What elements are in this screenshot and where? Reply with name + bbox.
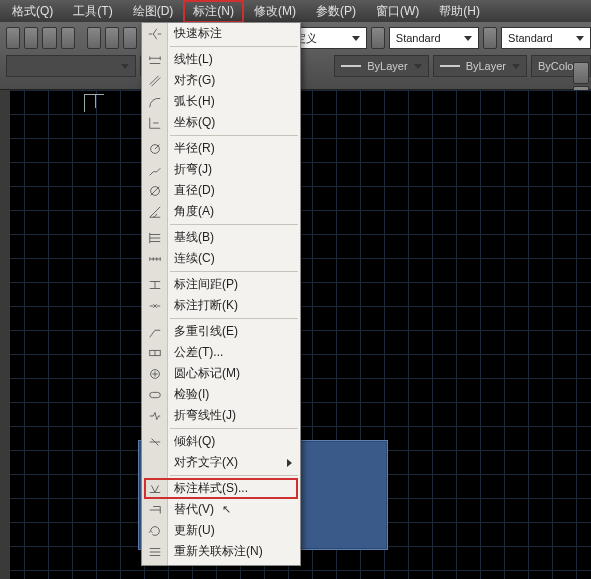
menu-item-aligned[interactable]: 对齐(G): [142, 70, 300, 91]
menu-item-label: 替代(V): [174, 501, 214, 518]
menu-format[interactable]: 格式(Q): [2, 0, 63, 23]
dimension-dropdown: 快速标注线性(L)对齐(G)弧长(H)坐标(Q)半径(R)折弯(J)直径(D)角…: [141, 22, 301, 566]
menu-item-label: 倾斜(Q): [174, 433, 215, 450]
tb-btn[interactable]: [61, 27, 75, 49]
chevron-down-icon: [414, 64, 422, 69]
menu-help[interactable]: 帮助(H): [429, 0, 490, 23]
menu-dimension[interactable]: 标注(N): [183, 0, 244, 23]
menu-item-reassoc[interactable]: 重新关联标注(N): [142, 541, 300, 562]
menu-modify[interactable]: 修改(M): [244, 0, 306, 23]
menu-item-label: 更新(U): [174, 522, 215, 539]
menu-item-label: 折弯线性(J): [174, 407, 236, 424]
menu-item-label: 折弯(J): [174, 161, 212, 178]
menu-item-label: 对齐文字(X): [174, 454, 238, 471]
menu-item-label: 线性(L): [174, 51, 213, 68]
menu-item-linear[interactable]: 线性(L): [142, 49, 300, 70]
chevron-down-icon: [121, 64, 129, 69]
sidebar-left: [0, 90, 10, 579]
dropdown-layer[interactable]: [6, 55, 136, 77]
menu-item-oblique[interactable]: 倾斜(Q): [142, 431, 300, 452]
dropdown-label: ByLayer: [466, 60, 506, 72]
menu-item-label: 标注样式(S)...: [174, 480, 248, 497]
tb-btn[interactable]: [371, 27, 385, 49]
tol-icon: [147, 345, 163, 361]
tb-btn[interactable]: [42, 27, 56, 49]
menu-item-center[interactable]: 圆心标记(M): [142, 363, 300, 384]
tb-btn[interactable]: [573, 62, 589, 84]
angle-icon: [147, 204, 163, 220]
menu-window[interactable]: 窗口(W): [366, 0, 429, 23]
aligned-icon: [147, 73, 163, 89]
menu-item-jog[interactable]: 折弯(J): [142, 159, 300, 180]
style-icon: [147, 481, 163, 497]
menu-item-label: 圆心标记(M): [174, 365, 240, 382]
menu-item-label: 基线(B): [174, 229, 214, 246]
override-icon: [147, 502, 163, 518]
radius-icon: [147, 141, 163, 157]
svg-rect-4: [150, 392, 161, 397]
menu-item-space[interactable]: 标注间距(P): [142, 274, 300, 295]
menu-item-arc[interactable]: 弧长(H): [142, 91, 300, 112]
tb-btn[interactable]: [87, 27, 101, 49]
menu-item-break[interactable]: 标注打断(K): [142, 295, 300, 316]
menu-item-label: 弧长(H): [174, 93, 215, 110]
menu-item-diameter[interactable]: 直径(D): [142, 180, 300, 201]
chevron-down-icon: [464, 36, 472, 41]
menu-item-override[interactable]: 替代(V)↖: [142, 499, 300, 520]
menu-item-update[interactable]: 更新(U): [142, 520, 300, 541]
inspect-icon: [147, 387, 163, 403]
arc-icon: [147, 94, 163, 110]
tb-btn[interactable]: [24, 27, 38, 49]
break-icon: [147, 298, 163, 314]
dropdown-label: Standard: [508, 32, 553, 44]
menu-item-label: 坐标(Q): [174, 114, 215, 131]
menu-item-label: 快速标注: [174, 25, 222, 42]
menu-item-align-text[interactable]: 对齐文字(X): [142, 452, 300, 473]
dropdown-standard-1[interactable]: Standard: [389, 27, 479, 49]
tb-btn[interactable]: [483, 27, 497, 49]
reassoc-icon: [147, 544, 163, 560]
menu-item-ordinate[interactable]: 坐标(Q): [142, 112, 300, 133]
menu-item-quick[interactable]: 快速标注: [142, 23, 300, 44]
blank-icon: [147, 455, 163, 471]
menu-item-angle[interactable]: 角度(A): [142, 201, 300, 222]
menu-draw[interactable]: 绘图(D): [123, 0, 184, 23]
jlin-icon: [147, 408, 163, 424]
menu-item-style[interactable]: 标注样式(S)...: [142, 478, 300, 499]
jog-icon: [147, 162, 163, 178]
linear-icon: [147, 52, 163, 68]
dropdown-bylayer-1[interactable]: ByLayer: [334, 55, 428, 77]
quick-icon: [147, 26, 163, 42]
menu-item-label: 公差(T)...: [174, 344, 223, 361]
chevron-right-icon: [287, 459, 292, 467]
continue-icon: [147, 251, 163, 267]
menu-item-jlin[interactable]: 折弯线性(J): [142, 405, 300, 426]
menu-item-label: 标注间距(P): [174, 276, 238, 293]
dropdown-standard-2[interactable]: Standard: [501, 27, 591, 49]
menu-item-label: 直径(D): [174, 182, 215, 199]
tb-btn[interactable]: [123, 27, 137, 49]
dropdown-bylayer-2[interactable]: ByLayer: [433, 55, 527, 77]
menu-item-baseline[interactable]: 基线(B): [142, 227, 300, 248]
menu-tools[interactable]: 工具(T): [63, 0, 122, 23]
dropdown-label: Standard: [396, 32, 441, 44]
mleader-icon: [147, 324, 163, 340]
menu-item-mleader[interactable]: 多重引线(E): [142, 321, 300, 342]
menu-item-tol[interactable]: 公差(T)...: [142, 342, 300, 363]
menu-item-label: 连续(C): [174, 250, 215, 267]
chevron-down-icon: [512, 64, 520, 69]
tb-btn[interactable]: [6, 27, 20, 49]
center-icon: [147, 366, 163, 382]
crosshair-cursor: [84, 94, 104, 112]
tb-btn[interactable]: [105, 27, 119, 49]
menu-item-continue[interactable]: 连续(C): [142, 248, 300, 269]
menu-parametric[interactable]: 参数(P): [306, 0, 366, 23]
diameter-icon: [147, 183, 163, 199]
cursor-icon: ↖: [222, 503, 231, 516]
update-icon: [147, 523, 163, 539]
menu-item-radius[interactable]: 半径(R): [142, 138, 300, 159]
chevron-down-icon: [352, 36, 360, 41]
oblique-icon: [147, 434, 163, 450]
menubar: 格式(Q) 工具(T) 绘图(D) 标注(N) 修改(M) 参数(P) 窗口(W…: [0, 0, 591, 22]
menu-item-inspect[interactable]: 检验(I): [142, 384, 300, 405]
